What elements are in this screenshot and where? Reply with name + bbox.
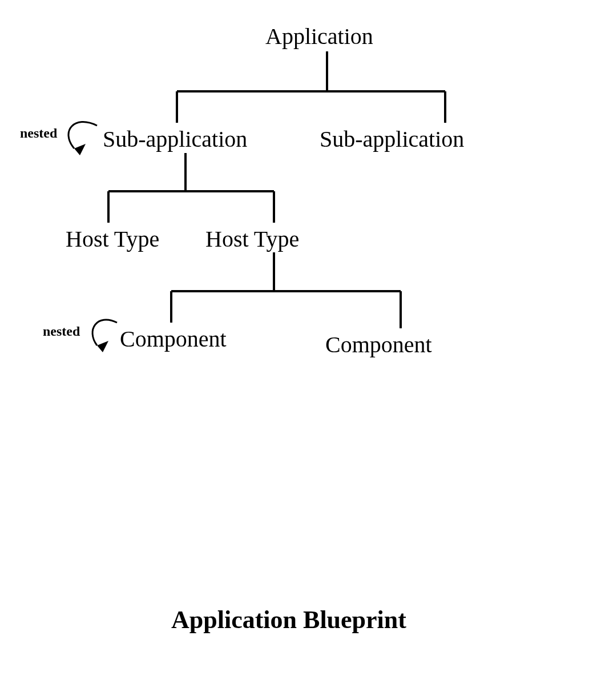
label-nested-component: nested: [43, 324, 80, 339]
node-hosttype-right: Host Type: [205, 226, 299, 252]
node-subapp-right: Sub-application: [320, 126, 464, 152]
diagram-title: Application Blueprint: [171, 605, 406, 634]
diagram-connectors: [0, 0, 593, 700]
svg-marker-13: [97, 341, 108, 352]
label-nested-subapp: nested: [20, 126, 57, 141]
node-component-left: Component: [120, 325, 227, 352]
node-hosttype-left: Host Type: [66, 226, 159, 252]
svg-marker-12: [74, 144, 86, 155]
node-subapp-left: Sub-application: [103, 126, 247, 152]
node-application: Application: [265, 23, 373, 50]
node-component-right: Component: [325, 331, 432, 358]
